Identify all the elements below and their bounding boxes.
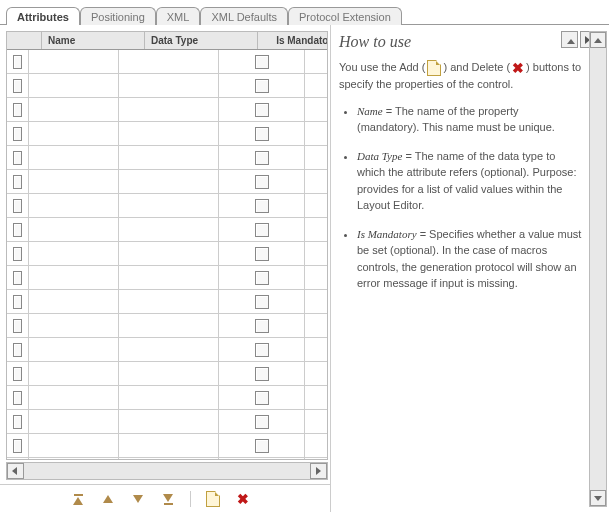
checkbox[interactable] bbox=[13, 223, 22, 237]
tab-positioning[interactable]: Positioning bbox=[80, 7, 156, 25]
data-type-cell[interactable] bbox=[119, 386, 219, 409]
table-row[interactable] bbox=[7, 98, 327, 122]
table-row[interactable] bbox=[7, 386, 327, 410]
name-cell[interactable] bbox=[29, 362, 119, 385]
header-select[interactable] bbox=[7, 32, 42, 49]
move-down-button[interactable] bbox=[130, 491, 146, 507]
is-mandatory-cell[interactable] bbox=[219, 410, 305, 433]
row-select-cell[interactable] bbox=[7, 458, 29, 460]
move-up-button[interactable] bbox=[100, 491, 116, 507]
row-select-cell[interactable] bbox=[7, 122, 29, 145]
is-mandatory-cell[interactable] bbox=[219, 170, 305, 193]
data-type-cell[interactable] bbox=[119, 266, 219, 289]
add-button[interactable] bbox=[205, 491, 221, 507]
is-mandatory-cell[interactable] bbox=[219, 218, 305, 241]
name-cell[interactable] bbox=[29, 194, 119, 217]
is-mandatory-cell[interactable] bbox=[219, 98, 305, 121]
data-type-cell[interactable] bbox=[119, 434, 219, 457]
name-cell[interactable] bbox=[29, 98, 119, 121]
is-mandatory-cell[interactable] bbox=[219, 50, 305, 73]
is-mandatory-cell[interactable] bbox=[219, 242, 305, 265]
checkbox[interactable] bbox=[255, 247, 269, 261]
table-row[interactable] bbox=[7, 338, 327, 362]
checkbox[interactable] bbox=[13, 439, 22, 453]
row-select-cell[interactable] bbox=[7, 74, 29, 97]
tab-xml[interactable]: XML bbox=[156, 7, 201, 25]
row-select-cell[interactable] bbox=[7, 338, 29, 361]
name-cell[interactable] bbox=[29, 290, 119, 313]
row-select-cell[interactable] bbox=[7, 146, 29, 169]
data-type-cell[interactable] bbox=[119, 122, 219, 145]
data-type-cell[interactable] bbox=[119, 314, 219, 337]
row-select-cell[interactable] bbox=[7, 386, 29, 409]
checkbox[interactable] bbox=[13, 199, 22, 213]
checkbox[interactable] bbox=[13, 247, 22, 261]
data-type-cell[interactable] bbox=[119, 170, 219, 193]
table-row[interactable] bbox=[7, 170, 327, 194]
checkbox[interactable] bbox=[255, 127, 269, 141]
checkbox[interactable] bbox=[255, 367, 269, 381]
data-type-cell[interactable] bbox=[119, 146, 219, 169]
tab-protocol-extension[interactable]: Protocol Extension bbox=[288, 7, 402, 25]
move-top-button[interactable] bbox=[70, 491, 86, 507]
delete-button[interactable]: ✖ bbox=[235, 491, 251, 507]
name-cell[interactable] bbox=[29, 386, 119, 409]
row-select-cell[interactable] bbox=[7, 50, 29, 73]
name-cell[interactable] bbox=[29, 410, 119, 433]
checkbox[interactable] bbox=[13, 55, 22, 69]
checkbox[interactable] bbox=[255, 151, 269, 165]
is-mandatory-cell[interactable] bbox=[219, 122, 305, 145]
checkbox[interactable] bbox=[255, 79, 269, 93]
checkbox[interactable] bbox=[13, 319, 22, 333]
checkbox[interactable] bbox=[255, 103, 269, 117]
table-row[interactable] bbox=[7, 314, 327, 338]
checkbox[interactable] bbox=[255, 271, 269, 285]
row-select-cell[interactable] bbox=[7, 434, 29, 457]
table-row[interactable] bbox=[7, 434, 327, 458]
is-mandatory-cell[interactable] bbox=[219, 146, 305, 169]
name-cell[interactable] bbox=[29, 458, 119, 460]
header-data-type[interactable]: Data Type bbox=[145, 32, 258, 49]
scroll-down-button[interactable] bbox=[590, 490, 606, 506]
is-mandatory-cell[interactable] bbox=[219, 266, 305, 289]
checkbox[interactable] bbox=[255, 223, 269, 237]
checkbox[interactable] bbox=[255, 55, 269, 69]
name-cell[interactable] bbox=[29, 170, 119, 193]
data-type-cell[interactable] bbox=[119, 458, 219, 460]
help-vscrollbar[interactable] bbox=[589, 31, 607, 507]
row-select-cell[interactable] bbox=[7, 266, 29, 289]
table-row[interactable] bbox=[7, 194, 327, 218]
is-mandatory-cell[interactable] bbox=[219, 362, 305, 385]
checkbox[interactable] bbox=[13, 103, 22, 117]
name-cell[interactable] bbox=[29, 338, 119, 361]
move-bottom-button[interactable] bbox=[160, 491, 176, 507]
name-cell[interactable] bbox=[29, 434, 119, 457]
is-mandatory-cell[interactable] bbox=[219, 314, 305, 337]
help-scroll-up[interactable] bbox=[561, 31, 578, 48]
is-mandatory-cell[interactable] bbox=[219, 194, 305, 217]
table-row[interactable] bbox=[7, 50, 327, 74]
checkbox[interactable] bbox=[13, 175, 22, 189]
scroll-left-button[interactable] bbox=[7, 463, 24, 479]
tab-xml-defaults[interactable]: XML Defaults bbox=[200, 7, 288, 25]
is-mandatory-cell[interactable] bbox=[219, 338, 305, 361]
checkbox[interactable] bbox=[255, 415, 269, 429]
checkbox[interactable] bbox=[13, 367, 22, 381]
checkbox[interactable] bbox=[13, 391, 22, 405]
is-mandatory-cell[interactable] bbox=[219, 458, 305, 460]
checkbox[interactable] bbox=[255, 391, 269, 405]
table-row[interactable] bbox=[7, 242, 327, 266]
data-type-cell[interactable] bbox=[119, 194, 219, 217]
data-type-cell[interactable] bbox=[119, 362, 219, 385]
row-select-cell[interactable] bbox=[7, 362, 29, 385]
checkbox[interactable] bbox=[255, 319, 269, 333]
data-type-cell[interactable] bbox=[119, 98, 219, 121]
table-row[interactable] bbox=[7, 74, 327, 98]
row-select-cell[interactable] bbox=[7, 242, 29, 265]
row-select-cell[interactable] bbox=[7, 194, 29, 217]
scroll-up-button[interactable] bbox=[590, 32, 606, 48]
is-mandatory-cell[interactable] bbox=[219, 74, 305, 97]
data-type-cell[interactable] bbox=[119, 290, 219, 313]
grid-hscrollbar[interactable] bbox=[6, 462, 328, 480]
name-cell[interactable] bbox=[29, 314, 119, 337]
